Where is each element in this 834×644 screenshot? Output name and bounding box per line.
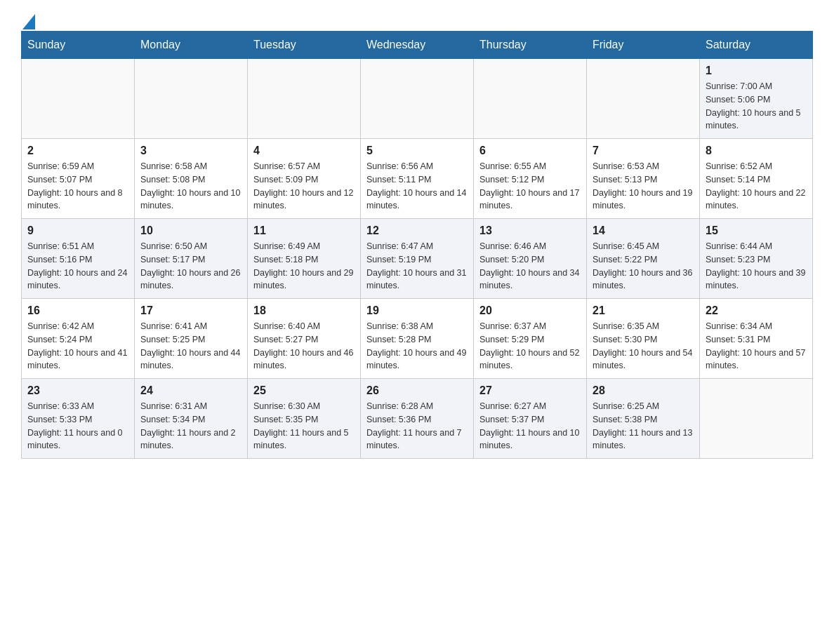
day-info: Sunrise: 6:37 AM Sunset: 5:29 PM Dayligh… bbox=[479, 320, 581, 373]
calendar-day-cell: 20Sunrise: 6:37 AM Sunset: 5:29 PM Dayli… bbox=[474, 299, 587, 379]
day-info: Sunrise: 6:35 AM Sunset: 5:30 PM Dayligh… bbox=[593, 320, 694, 373]
day-number: 17 bbox=[140, 304, 241, 317]
day-header-friday: Friday bbox=[587, 32, 700, 59]
calendar-day-cell: 22Sunrise: 6:34 AM Sunset: 5:31 PM Dayli… bbox=[700, 299, 813, 379]
day-number: 26 bbox=[366, 384, 468, 397]
calendar-day-cell: 3Sunrise: 6:58 AM Sunset: 5:08 PM Daylig… bbox=[135, 139, 248, 219]
day-number: 11 bbox=[253, 224, 355, 237]
calendar-day-cell: 28Sunrise: 6:25 AM Sunset: 5:38 PM Dayli… bbox=[587, 379, 700, 459]
day-number: 22 bbox=[706, 304, 807, 317]
day-info: Sunrise: 6:38 AM Sunset: 5:28 PM Dayligh… bbox=[366, 320, 468, 373]
day-number: 9 bbox=[27, 224, 128, 237]
calendar-day-cell: 2Sunrise: 6:59 AM Sunset: 5:07 PM Daylig… bbox=[22, 139, 135, 219]
day-header-saturday: Saturday bbox=[700, 32, 813, 59]
day-number: 4 bbox=[253, 145, 355, 157]
day-number: 19 bbox=[366, 304, 468, 317]
day-info: Sunrise: 6:40 AM Sunset: 5:27 PM Dayligh… bbox=[253, 320, 355, 373]
calendar-day-cell: 4Sunrise: 6:57 AM Sunset: 5:09 PM Daylig… bbox=[248, 139, 361, 219]
calendar-week-row: 23Sunrise: 6:33 AM Sunset: 5:33 PM Dayli… bbox=[22, 379, 813, 459]
calendar-day-cell: 1Sunrise: 7:00 AM Sunset: 5:06 PM Daylig… bbox=[700, 59, 813, 139]
calendar-day-cell bbox=[474, 59, 587, 139]
day-info: Sunrise: 6:49 AM Sunset: 5:18 PM Dayligh… bbox=[253, 240, 355, 293]
calendar-day-cell bbox=[587, 59, 700, 139]
calendar-week-row: 2Sunrise: 6:59 AM Sunset: 5:07 PM Daylig… bbox=[22, 139, 813, 219]
day-number: 24 bbox=[140, 384, 241, 397]
day-info: Sunrise: 6:57 AM Sunset: 5:09 PM Dayligh… bbox=[253, 160, 355, 213]
day-info: Sunrise: 6:47 AM Sunset: 5:19 PM Dayligh… bbox=[366, 240, 468, 293]
day-info: Sunrise: 6:31 AM Sunset: 5:34 PM Dayligh… bbox=[140, 400, 241, 452]
day-number: 16 bbox=[27, 304, 128, 317]
calendar-day-cell: 19Sunrise: 6:38 AM Sunset: 5:28 PM Dayli… bbox=[361, 299, 474, 379]
day-number: 23 bbox=[27, 384, 128, 397]
day-number: 7 bbox=[593, 145, 694, 157]
calendar-day-cell: 26Sunrise: 6:28 AM Sunset: 5:36 PM Dayli… bbox=[361, 379, 474, 459]
day-info: Sunrise: 6:55 AM Sunset: 5:12 PM Dayligh… bbox=[479, 160, 581, 213]
calendar-day-cell: 18Sunrise: 6:40 AM Sunset: 5:27 PM Dayli… bbox=[248, 299, 361, 379]
calendar-day-cell: 24Sunrise: 6:31 AM Sunset: 5:34 PM Dayli… bbox=[135, 379, 248, 459]
day-info: Sunrise: 6:33 AM Sunset: 5:33 PM Dayligh… bbox=[27, 400, 128, 452]
day-info: Sunrise: 7:00 AM Sunset: 5:06 PM Dayligh… bbox=[706, 80, 807, 133]
day-info: Sunrise: 6:58 AM Sunset: 5:08 PM Dayligh… bbox=[140, 160, 241, 213]
page-header bbox=[21, 14, 813, 24]
calendar-header-row: SundayMondayTuesdayWednesdayThursdayFrid… bbox=[22, 32, 813, 59]
day-number: 1 bbox=[706, 65, 807, 77]
calendar-week-row: 16Sunrise: 6:42 AM Sunset: 5:24 PM Dayli… bbox=[22, 299, 813, 379]
svg-marker-0 bbox=[22, 14, 35, 29]
day-info: Sunrise: 6:30 AM Sunset: 5:35 PM Dayligh… bbox=[253, 400, 355, 452]
calendar-day-cell: 6Sunrise: 6:55 AM Sunset: 5:12 PM Daylig… bbox=[474, 139, 587, 219]
day-number: 25 bbox=[253, 384, 355, 397]
day-info: Sunrise: 6:25 AM Sunset: 5:38 PM Dayligh… bbox=[593, 400, 694, 452]
day-number: 28 bbox=[593, 384, 694, 397]
day-info: Sunrise: 6:27 AM Sunset: 5:37 PM Dayligh… bbox=[479, 400, 581, 452]
day-number: 3 bbox=[140, 145, 241, 157]
calendar-day-cell bbox=[248, 59, 361, 139]
day-info: Sunrise: 6:42 AM Sunset: 5:24 PM Dayligh… bbox=[27, 320, 128, 373]
day-number: 18 bbox=[253, 304, 355, 317]
calendar-day-cell: 17Sunrise: 6:41 AM Sunset: 5:25 PM Dayli… bbox=[135, 299, 248, 379]
day-info: Sunrise: 6:53 AM Sunset: 5:13 PM Dayligh… bbox=[593, 160, 694, 213]
day-info: Sunrise: 6:56 AM Sunset: 5:11 PM Dayligh… bbox=[366, 160, 468, 213]
calendar-week-row: 1Sunrise: 7:00 AM Sunset: 5:06 PM Daylig… bbox=[22, 59, 813, 139]
calendar-day-cell: 16Sunrise: 6:42 AM Sunset: 5:24 PM Dayli… bbox=[22, 299, 135, 379]
day-header-sunday: Sunday bbox=[22, 32, 135, 59]
calendar-day-cell: 7Sunrise: 6:53 AM Sunset: 5:13 PM Daylig… bbox=[587, 139, 700, 219]
day-number: 20 bbox=[479, 304, 581, 317]
day-info: Sunrise: 6:51 AM Sunset: 5:16 PM Dayligh… bbox=[27, 240, 128, 293]
day-number: 5 bbox=[366, 145, 468, 157]
day-info: Sunrise: 6:46 AM Sunset: 5:20 PM Dayligh… bbox=[479, 240, 581, 293]
calendar-day-cell: 27Sunrise: 6:27 AM Sunset: 5:37 PM Dayli… bbox=[474, 379, 587, 459]
day-header-wednesday: Wednesday bbox=[361, 32, 474, 59]
day-header-tuesday: Tuesday bbox=[248, 32, 361, 59]
day-number: 6 bbox=[479, 145, 581, 157]
day-number: 15 bbox=[706, 224, 807, 237]
calendar-day-cell: 13Sunrise: 6:46 AM Sunset: 5:20 PM Dayli… bbox=[474, 219, 587, 299]
calendar-day-cell bbox=[22, 59, 135, 139]
calendar-day-cell: 9Sunrise: 6:51 AM Sunset: 5:16 PM Daylig… bbox=[22, 219, 135, 299]
day-header-monday: Monday bbox=[135, 32, 248, 59]
logo-triangle-icon bbox=[22, 14, 35, 29]
calendar-day-cell: 10Sunrise: 6:50 AM Sunset: 5:17 PM Dayli… bbox=[135, 219, 248, 299]
calendar-day-cell: 14Sunrise: 6:45 AM Sunset: 5:22 PM Dayli… bbox=[587, 219, 700, 299]
calendar-day-cell: 21Sunrise: 6:35 AM Sunset: 5:30 PM Dayli… bbox=[587, 299, 700, 379]
calendar-day-cell: 8Sunrise: 6:52 AM Sunset: 5:14 PM Daylig… bbox=[700, 139, 813, 219]
calendar-day-cell: 5Sunrise: 6:56 AM Sunset: 5:11 PM Daylig… bbox=[361, 139, 474, 219]
day-info: Sunrise: 6:41 AM Sunset: 5:25 PM Dayligh… bbox=[140, 320, 241, 373]
calendar-day-cell: 25Sunrise: 6:30 AM Sunset: 5:35 PM Dayli… bbox=[248, 379, 361, 459]
day-info: Sunrise: 6:34 AM Sunset: 5:31 PM Dayligh… bbox=[706, 320, 807, 373]
day-number: 2 bbox=[27, 145, 128, 157]
calendar-day-cell bbox=[361, 59, 474, 139]
calendar-table: SundayMondayTuesdayWednesdayThursdayFrid… bbox=[21, 31, 813, 459]
day-header-thursday: Thursday bbox=[474, 32, 587, 59]
day-number: 21 bbox=[593, 304, 694, 317]
calendar-day-cell bbox=[700, 379, 813, 459]
day-info: Sunrise: 6:52 AM Sunset: 5:14 PM Dayligh… bbox=[706, 160, 807, 213]
calendar-day-cell bbox=[135, 59, 248, 139]
logo bbox=[21, 14, 35, 24]
day-info: Sunrise: 6:45 AM Sunset: 5:22 PM Dayligh… bbox=[593, 240, 694, 293]
day-info: Sunrise: 6:50 AM Sunset: 5:17 PM Dayligh… bbox=[140, 240, 241, 293]
day-number: 14 bbox=[593, 224, 694, 237]
day-info: Sunrise: 6:59 AM Sunset: 5:07 PM Dayligh… bbox=[27, 160, 128, 213]
day-number: 27 bbox=[479, 384, 581, 397]
day-info: Sunrise: 6:44 AM Sunset: 5:23 PM Dayligh… bbox=[706, 240, 807, 293]
calendar-week-row: 9Sunrise: 6:51 AM Sunset: 5:16 PM Daylig… bbox=[22, 219, 813, 299]
